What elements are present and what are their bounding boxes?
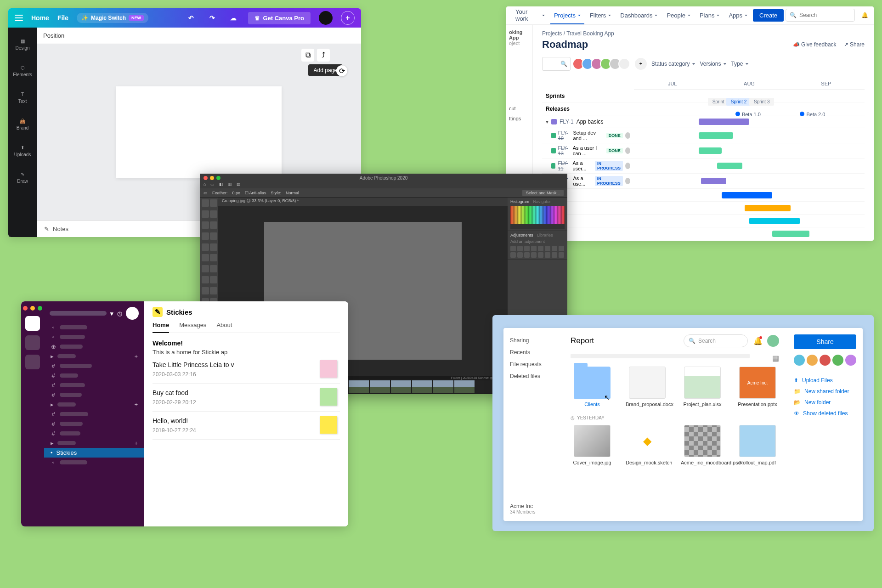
compose-icon[interactable]: ✎ [126, 307, 139, 320]
cloud-icon[interactable]: ☁ [227, 11, 240, 24]
workspace-active[interactable] [25, 316, 40, 331]
nav-filters[interactable]: Filters [586, 9, 615, 22]
shared-with-avatars[interactable] [794, 355, 856, 366]
sidebar-draw[interactable]: ✎Draw [8, 164, 37, 191]
create-button[interactable]: Create [753, 9, 784, 22]
search-input[interactable]: 🔍 [542, 57, 571, 71]
sidebar-file requests[interactable]: File requests [510, 358, 555, 370]
adjustments-tab[interactable]: Adjustments [510, 233, 533, 237]
gantt-bar[interactable] [699, 132, 733, 139]
tool-7[interactable] [210, 232, 217, 240]
channel-item[interactable]: ◦ [44, 332, 144, 342]
file-item[interactable]: Brand_proposal.docx [626, 367, 669, 407]
style-value[interactable]: Normal [286, 191, 299, 195]
adjustment-preset[interactable] [538, 246, 543, 251]
tool-1[interactable] [210, 199, 217, 207]
type-filter[interactable]: Type [731, 61, 748, 67]
adjustment-preset[interactable] [559, 246, 564, 251]
shared-avatar[interactable] [845, 355, 856, 366]
team-info[interactable]: Acme Inc 34 Members [510, 503, 555, 514]
tool-3[interactable] [210, 210, 217, 218]
shared-avatar[interactable] [794, 355, 805, 366]
tool-11[interactable] [210, 254, 217, 261]
channel-item[interactable]: ◦ [44, 322, 144, 332]
status-filter[interactable]: Status category [651, 61, 695, 67]
assignee-avatars[interactable] [575, 58, 630, 70]
gantt-bar[interactable] [772, 231, 809, 237]
sidebar-sharing[interactable]: Sharing [510, 334, 555, 346]
nav-plans[interactable]: Plans [696, 9, 724, 22]
versions-filter[interactable]: Versions [700, 61, 726, 67]
filmstrip-thumb[interactable] [370, 380, 390, 393]
sidebar-brand[interactable]: 👜Brand [8, 111, 37, 138]
nav-your work[interactable]: Your work [512, 6, 548, 25]
hamburger-icon[interactable] [15, 15, 23, 21]
sidebar-item-partial[interactable]: cut [509, 106, 530, 111]
adjustment-preset[interactable] [510, 246, 516, 251]
nav-file[interactable]: File [57, 14, 68, 22]
duplicate-page-icon[interactable]: ⧉ [301, 49, 314, 62]
nav-people[interactable]: People [663, 9, 694, 22]
section-toggle[interactable]: ▸+ [44, 400, 144, 409]
workspace-2[interactable] [25, 335, 40, 350]
tool-2[interactable] [202, 210, 209, 218]
bell-icon[interactable]: 🔔 [753, 337, 762, 345]
file-item[interactable]: Acme_inc_moodboard.psd [681, 425, 724, 465]
navigator-tab[interactable]: Navigator [533, 199, 551, 204]
nav-apps[interactable]: Apps [725, 9, 751, 22]
select-mask-button[interactable]: Select and Mask... [522, 190, 564, 196]
gantt-bar[interactable] [749, 218, 800, 224]
tab-about[interactable]: About [216, 322, 232, 333]
action-upload files[interactable]: ⬆Upload Files [794, 375, 856, 386]
filmstrip-thumb[interactable] [391, 380, 411, 393]
release-marker[interactable]: Beta 1.0 [735, 112, 761, 117]
histogram-tab[interactable]: Histogram [510, 199, 529, 204]
tool-6[interactable] [202, 232, 209, 240]
sidebar-uploads[interactable]: ⬆Uploads [8, 138, 37, 164]
channel-item[interactable]: # [44, 419, 144, 429]
share-link[interactable]: ↗ Share [844, 41, 865, 48]
adjustment-preset[interactable] [517, 252, 523, 258]
note-item[interactable]: Take Little Princess Leia to v2020-03-03… [153, 356, 340, 384]
sync-icon[interactable]: ⟳ [336, 65, 347, 76]
adjustment-preset[interactable] [552, 252, 557, 258]
issue-row[interactable]: FLY-10 Setup dev and ... DONE [542, 128, 634, 143]
plus-icon[interactable]: + [341, 11, 355, 25]
file-item[interactable]: Project_plan.xlsx [681, 367, 724, 407]
sidebar-design[interactable]: ▦Design [8, 31, 37, 58]
issue-row[interactable]: FLY-11 As a user... IN PROGRESS [542, 158, 634, 173]
plus-icon[interactable]: + [134, 353, 138, 360]
sidebar-settings-partial[interactable]: ttings [509, 116, 530, 121]
magic-switch-button[interactable]: ✨ Magic Switch NEW [77, 13, 148, 23]
adjustment-preset[interactable] [524, 246, 530, 251]
tool-17[interactable] [210, 287, 217, 294]
adjustment-preset[interactable] [510, 252, 516, 258]
sidebar-text[interactable]: TText [8, 85, 37, 111]
channel-item[interactable]: # [44, 380, 144, 390]
get-pro-button[interactable]: ♛ Get Canva Pro [248, 12, 311, 24]
tool-4[interactable] [202, 221, 209, 229]
adjustment-preset[interactable] [545, 252, 550, 258]
assignee-avatar[interactable] [625, 163, 630, 169]
adjustment-preset[interactable] [552, 246, 557, 251]
share-button[interactable]: Share [794, 334, 856, 349]
undo-icon[interactable]: ↶ [185, 11, 198, 24]
bell-icon[interactable]: 🔔 [861, 12, 868, 18]
nav-home[interactable]: Home [31, 14, 49, 22]
gantt-bar[interactable] [701, 178, 726, 184]
adjustment-preset[interactable] [538, 252, 543, 258]
file-item[interactable]: Rollout_map.pdf [736, 425, 779, 465]
channel-item[interactable]: # [44, 371, 144, 380]
grid-view-icon[interactable]: ▦ [772, 354, 779, 362]
action-new shared folder[interactable]: 📁New shared folder [794, 386, 856, 397]
search-input[interactable]: 🔍 Search [684, 334, 748, 347]
tool-10[interactable] [202, 254, 209, 261]
sprint-tab[interactable]: Sprint 2 [726, 98, 751, 106]
window-controls[interactable] [204, 176, 220, 180]
tab-home[interactable]: Home [153, 322, 169, 333]
gantt-bar[interactable] [717, 163, 742, 169]
channel-stickies[interactable]: •Stickies [44, 448, 144, 458]
tool-8[interactable] [202, 243, 209, 251]
assignee-avatar[interactable] [625, 147, 630, 154]
release-marker[interactable]: Beta 2.0 [800, 112, 825, 117]
